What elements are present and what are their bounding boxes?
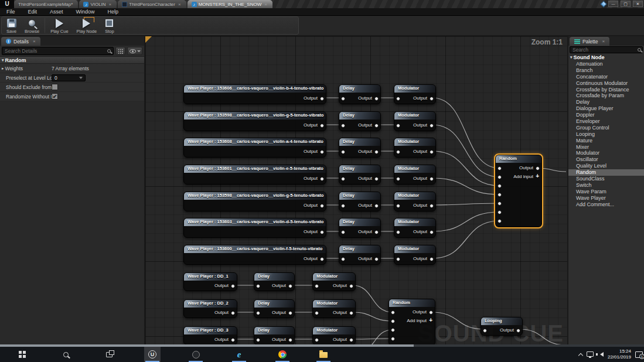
output-pin[interactable] [288,338,292,342]
palette-item-wave-param[interactable]: Wave Param [568,189,644,195]
graph-node-wp4[interactable]: Wave Player : 153601__carlos-vaquero__vi… [183,165,326,185]
input-pin[interactable] [498,175,502,179]
notification-icon[interactable]: 1 [635,351,643,358]
details-search-input[interactable] [5,48,107,54]
close-icon[interactable]: × [178,2,181,7]
graph-node-wpd1[interactable]: Wave Player : DD_1Output [183,272,237,291]
input-pin[interactable] [315,338,319,342]
input-pin[interactable] [341,97,345,101]
input-pin[interactable] [396,97,400,101]
graph-node-wp5[interactable]: Wave Player : 153598__carlos-vaquero__vi… [183,192,326,211]
sound-cue-graph[interactable]: Zoom 1:1 SOUND CUE Wave Player : 153606_… [145,36,567,344]
output-pin[interactable] [231,338,235,342]
taskbar-button-unreal-engine[interactable] [144,347,161,362]
graph-node-delayd1[interactable]: DelayOutput [254,272,295,291]
output-pin[interactable] [349,338,353,342]
palette-item-enveloper[interactable]: Enveloper [568,118,644,125]
input-pin[interactable] [341,177,345,181]
palette-search-input[interactable] [573,47,638,53]
minimize-button[interactable] [608,1,618,7]
asset-tab-3[interactable]: ThirdPersonCharacter× [118,0,186,8]
menu-item-asset[interactable]: Asset [43,9,70,15]
output-pin[interactable] [320,204,324,208]
palette-item-doppler[interactable]: Doppler [568,112,644,118]
graph-node-delay5[interactable]: DelayOutput [339,192,381,211]
stop-button[interactable]: Stop [101,16,118,35]
palette-group-sound-node[interactable]: ▾ Sound Node [568,54,644,61]
input-pin[interactable] [498,219,502,223]
palette-item-wave-player[interactable]: Wave Player [568,195,644,202]
palette-item-switch[interactable]: Switch [568,182,644,189]
taskbar-button-internet-explorer[interactable] [231,347,247,362]
tab-details[interactable]: Details × [1,37,40,46]
asset-tab-2[interactable]: VIOLIN× [79,0,117,8]
output-pin[interactable] [320,124,324,128]
expander-icon[interactable]: ▸ [2,66,4,71]
graph-node-wpd3[interactable]: Wave Player : DD_3Output [183,326,237,344]
graph-node-wp2[interactable]: Wave Player : 153598__carlos-vaquero__vi… [183,111,326,131]
graph-node-delayd3[interactable]: DelayOutput [254,326,295,344]
graph-node-delay4[interactable]: DelayOutput [339,165,381,185]
palette-item-crossfade-by-param[interactable]: Crossfade by Param [568,93,644,99]
maximize-button[interactable] [621,1,631,7]
graph-node-mod3[interactable]: ModulatorOutput [394,138,436,158]
input-pin[interactable] [498,202,502,206]
grid-view-button[interactable] [115,47,125,55]
input-pin[interactable] [498,184,502,188]
input-pin[interactable] [396,204,400,208]
palette-item-modulator[interactable]: Modulator [568,150,644,156]
output-pin[interactable] [374,204,379,208]
output-pin[interactable] [430,204,434,208]
browse-button[interactable]: Browse [21,16,43,35]
menu-item-file[interactable]: File [0,9,22,15]
input-pin[interactable] [391,310,395,315]
input-pin[interactable] [315,311,319,315]
input-pin[interactable] [256,311,260,315]
palette-item-dialogue-player[interactable]: Dialogue Player [568,105,644,112]
output-pin[interactable] [320,257,324,261]
asset-tab-4[interactable]: MONSTERS_IN_THE_SNOW× [188,0,272,8]
input-pin[interactable] [498,166,502,170]
output-pin[interactable] [349,311,353,315]
play-node-button[interactable]: Play Node [73,16,101,35]
output-pin[interactable] [231,284,235,288]
graph-node-wp3[interactable]: Wave Player : 153608__carlos-vaquero__vi… [183,138,326,158]
menu-item-window[interactable]: Window [70,9,101,15]
input-pin[interactable] [396,257,400,261]
output-pin[interactable] [374,177,379,181]
input-pin[interactable] [341,230,345,234]
graph-node-delayd2[interactable]: DelayOutput [254,299,295,318]
graph-node-wp7[interactable]: Wave Player : 153600__carlos-vaquero__vi… [183,245,326,265]
output-pin[interactable] [349,284,353,288]
palette-item-delay[interactable]: Delay [568,99,644,105]
palette-item-quality-level[interactable]: Quality Level [568,163,644,169]
save-button[interactable]: Save [2,16,21,35]
input-pin[interactable] [391,319,395,323]
output-pin[interactable] [320,150,324,154]
chevron-up-icon[interactable] [578,353,583,357]
palette-item-soundclass[interactable]: SoundClass [568,176,644,182]
output-pin[interactable] [536,166,540,170]
input-pin[interactable] [396,150,400,154]
palette-item-random[interactable]: Random [568,169,644,176]
graph-node-mod1[interactable]: ModulatorOutput [394,84,436,104]
taskbar-button-start[interactable] [14,347,30,362]
taskbar-button-task-view[interactable] [101,347,117,362]
output-pin[interactable] [374,150,379,154]
visibility-filter-button[interactable] [127,47,142,55]
details-section-header[interactable]: ▾ Random [0,56,144,64]
palette-item-looping[interactable]: Looping [568,131,644,138]
input-pin[interactable] [341,257,345,261]
graph-node-random2[interactable]: RandomOutputAdd input [389,299,435,344]
output-pin[interactable] [374,97,379,101]
output-pin[interactable] [288,284,292,288]
palette-item-mixer[interactable]: Mixer [568,144,644,151]
palette-item-branch[interactable]: Branch [568,67,644,74]
graph-node-mod2[interactable]: ModulatorOutput [394,111,436,131]
input-pin[interactable] [315,284,319,288]
input-pin[interactable] [341,204,345,208]
graph-node-wp1[interactable]: Wave Player : 153606__carlos-vaquero__vi… [183,84,326,104]
checkbox-checked[interactable] [52,93,58,100]
input-pin[interactable] [391,337,395,341]
close-icon[interactable]: × [602,39,605,44]
